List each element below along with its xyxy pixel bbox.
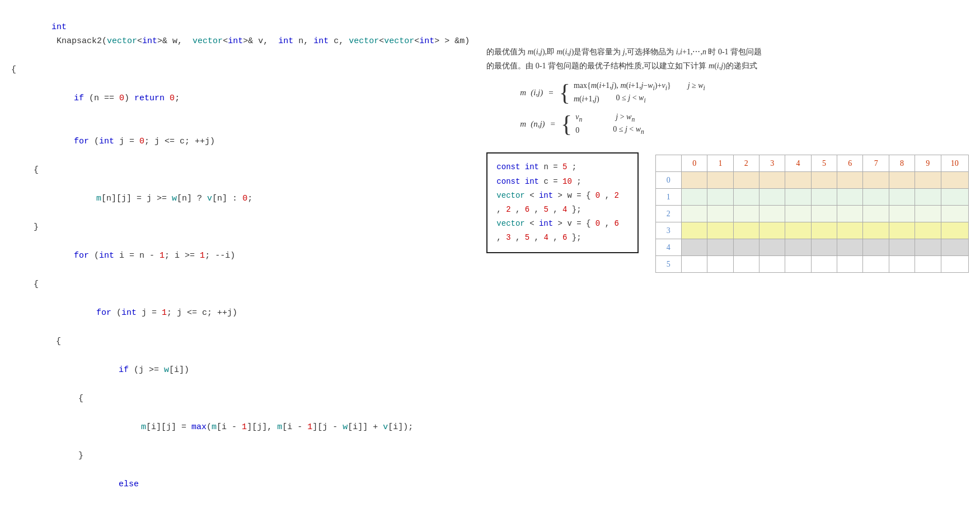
cell-1-1 xyxy=(707,189,733,206)
kw-int: int xyxy=(51,22,67,32)
table-row-3: 3 xyxy=(655,222,968,239)
desc-line2: 的最优值。由 0-1 背包问题的最优子结构性质,可以建立如下计算 m(i,j)的… xyxy=(486,59,969,73)
table-corner xyxy=(655,155,681,172)
codebox-line3: vector < int > w = { 0 , 2 , 2 , 6 , 5 ,… xyxy=(496,189,628,217)
line-brace2: { xyxy=(11,163,470,178)
cell-5-9 xyxy=(915,256,941,273)
col-9: 9 xyxy=(915,155,941,172)
right-panel: 的最优值为 m(i,j),即 m(i,j)是背包容量为 j,可选择物品为 i,i… xyxy=(470,6,969,507)
line-if-n: if (n == 0) return 0; xyxy=(11,77,470,120)
formula-mnj-row: m (n,j) = { vn j > wn 0 0 ≤ j < wn xyxy=(520,112,969,136)
col-2: 2 xyxy=(733,155,759,172)
desc-line1: 的最优值为 m(i,j),即 m(i,j)是背包容量为 j,可选择物品为 i,i… xyxy=(486,45,969,59)
row-label-5: 5 xyxy=(655,256,681,273)
page-container: int Knapsack2(vector<int>& w, vector<int… xyxy=(11,6,969,507)
cell-3-0 xyxy=(681,222,707,239)
cell-4-4 xyxy=(785,239,811,256)
code-box: const int n = 5 ; const int c = 10 ; vec… xyxy=(486,152,638,253)
cell-5-5 xyxy=(811,256,837,273)
cell-0-5 xyxy=(811,172,837,189)
formula-mij: m (i,j) = { max{m(i+1,j), m(i+1,j−wi)+vi… xyxy=(520,81,969,104)
dp-table-container: 0 1 2 3 4 5 6 7 8 9 10 xyxy=(655,147,969,273)
cell-5-4 xyxy=(785,256,811,273)
line-m-n-j: m[n][j] = j >= w[n] ? v[n] : 0; xyxy=(11,177,470,220)
col-0: 0 xyxy=(681,155,707,172)
line-for-j: for (int j = 0; j <= c; ++j) xyxy=(11,120,470,163)
cell-3-2 xyxy=(733,222,759,239)
cell-2-0 xyxy=(681,206,707,222)
formula-mij-row: m (i,j) = { max{m(i+1,j), m(i+1,j−wi)+vi… xyxy=(520,81,969,104)
cell-2-1 xyxy=(707,206,733,222)
cell-2-4 xyxy=(785,206,811,222)
cell-1-2 xyxy=(733,189,759,206)
table-row-5: 5 xyxy=(655,256,968,273)
line-for-j2: for (int j = 1; j <= c; ++j) xyxy=(11,291,470,334)
table-row-1: 1 xyxy=(655,189,968,206)
cell-3-3 xyxy=(759,222,785,239)
cell-3-4 xyxy=(785,222,811,239)
cell-0-6 xyxy=(837,172,863,189)
line-if-j: if (j >= w[i]) xyxy=(11,348,470,392)
table-header-row: 0 1 2 3 4 5 6 7 8 9 10 xyxy=(655,155,968,172)
fn-name: Knapsack2( xyxy=(51,36,107,46)
cell-3-5 xyxy=(811,222,837,239)
cell-1-8 xyxy=(889,189,915,206)
description-text: 的最优值为 m(i,j),即 m(i,j)是背包容量为 j,可选择物品为 i,i… xyxy=(486,45,969,73)
cell-0-1 xyxy=(707,172,733,189)
cell-2-10 xyxy=(941,206,968,222)
cell-1-6 xyxy=(837,189,863,206)
cell-4-9 xyxy=(915,239,941,256)
table-row-0: 0 xyxy=(655,172,968,189)
cell-2-9 xyxy=(915,206,941,222)
cell-0-8 xyxy=(889,172,915,189)
cell-3-8 xyxy=(889,222,915,239)
cell-4-0 xyxy=(681,239,707,256)
cell-2-2 xyxy=(733,206,759,222)
cell-2-3 xyxy=(759,206,785,222)
col-8: 8 xyxy=(889,155,915,172)
cell-0-0 xyxy=(681,172,707,189)
cell-3-1 xyxy=(707,222,733,239)
cell-4-3 xyxy=(759,239,785,256)
left-panel: int Knapsack2(vector<int>& w, vector<int… xyxy=(11,6,470,507)
cell-2-6 xyxy=(837,206,863,222)
line-close-brace2: } xyxy=(11,220,470,235)
cell-4-2 xyxy=(733,239,759,256)
cell-0-4 xyxy=(785,172,811,189)
cell-2-5 xyxy=(811,206,837,222)
cell-2-7 xyxy=(863,206,889,222)
row-label-0: 0 xyxy=(655,172,681,189)
line-brace3: { xyxy=(11,277,470,292)
cell-4-5 xyxy=(811,239,837,256)
formula-mnj: m (n,j) = { vn j > wn 0 0 ≤ j < wn xyxy=(520,112,969,136)
col-10: 10 xyxy=(941,155,968,172)
cell-5-10 xyxy=(941,256,968,273)
col-7: 7 xyxy=(863,155,889,172)
codebox-line2: const int c = 10 ; xyxy=(496,175,628,189)
cell-5-7 xyxy=(863,256,889,273)
cell-3-9 xyxy=(915,222,941,239)
cell-1-0 xyxy=(681,189,707,206)
code-block: int Knapsack2(vector<int>& w, vector<int… xyxy=(11,6,470,507)
cell-3-10 xyxy=(941,222,968,239)
row-label-3: 3 xyxy=(655,222,681,239)
cell-3-7 xyxy=(863,222,889,239)
cell-5-0 xyxy=(681,256,707,273)
row-label-4: 4 xyxy=(655,239,681,256)
cell-4-6 xyxy=(837,239,863,256)
row-label-1: 1 xyxy=(655,189,681,206)
line-else: else xyxy=(11,463,470,506)
table-row-4: 4 xyxy=(655,239,968,256)
cell-1-9 xyxy=(915,189,941,206)
col-4: 4 xyxy=(785,155,811,172)
line-close-brace5: } xyxy=(11,449,470,463)
codebox-line1: const int n = 5 ; xyxy=(496,160,628,174)
code-signature: int Knapsack2(vector<int>& w, vector<int… xyxy=(11,6,470,63)
cell-4-1 xyxy=(707,239,733,256)
line-max: m[i][j] = max(m[i - 1][j], m[i - 1][j - … xyxy=(11,406,470,449)
cell-2-8 xyxy=(889,206,915,222)
codebox-line4: vector < int > v = { 0 , 6 , 3 , 5 , 4 ,… xyxy=(496,217,628,245)
cell-3-6 xyxy=(837,222,863,239)
cell-0-2 xyxy=(733,172,759,189)
row-label-2: 2 xyxy=(655,206,681,222)
